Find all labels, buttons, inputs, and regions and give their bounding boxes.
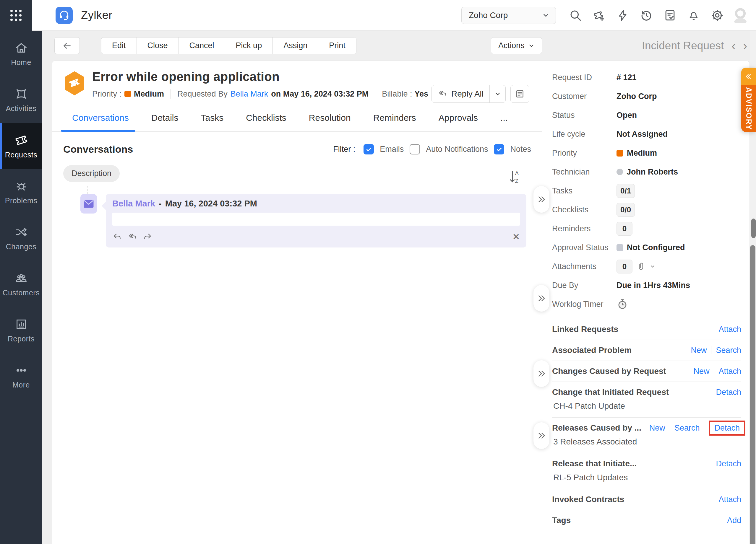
- sort-order-icon[interactable]: A Z: [508, 169, 521, 186]
- document-icon: [515, 89, 525, 99]
- tab-resolution[interactable]: Resolution: [309, 113, 351, 131]
- actions-dropdown-button[interactable]: Actions: [491, 37, 542, 54]
- expand-panel-button[interactable]: [533, 422, 549, 449]
- detach-link[interactable]: Detach: [716, 388, 741, 397]
- survey-icon[interactable]: [663, 8, 677, 22]
- field-status: Status Open: [552, 106, 741, 125]
- conversation-view-button[interactable]: [510, 85, 529, 103]
- sidebar-item-problems[interactable]: Problems: [0, 169, 42, 215]
- sidebar-item-changes[interactable]: Changes: [0, 215, 42, 261]
- detach-link[interactable]: Detach: [716, 459, 741, 468]
- edit-button[interactable]: Edit: [101, 38, 137, 54]
- tab-details[interactable]: Details: [151, 113, 179, 131]
- pickup-button[interactable]: Pick up: [225, 38, 273, 54]
- sidebar-item-home[interactable]: Home: [0, 31, 42, 77]
- search-link[interactable]: Search: [716, 346, 741, 355]
- scrollbar-thumb[interactable]: [750, 245, 755, 544]
- tasks-count-badge[interactable]: 0/1: [617, 184, 635, 198]
- tab-reminders[interactable]: Reminders: [373, 113, 416, 131]
- app-launcher-icon[interactable]: [10, 10, 22, 21]
- user-avatar[interactable]: [731, 6, 749, 25]
- checklists-count-badge[interactable]: 0/0: [617, 203, 635, 217]
- notifications-icon[interactable]: [687, 8, 700, 22]
- message-dash: -: [159, 199, 162, 209]
- tab-more[interactable]: ...: [500, 113, 508, 131]
- search-icon[interactable]: [568, 8, 582, 22]
- close-message-icon[interactable]: ✕: [512, 233, 520, 241]
- attachments-count-badge[interactable]: 0: [617, 260, 632, 273]
- section-invoked-contracts: Invoked Contracts Attach: [552, 489, 741, 510]
- field-life-cycle: Life cycle Not Assigned: [552, 125, 741, 144]
- message-body[interactable]: [112, 213, 520, 226]
- expand-panel-button[interactable]: [533, 360, 549, 387]
- linked-change-item[interactable]: CH-4 Patch Update: [553, 401, 741, 411]
- expand-panel-button[interactable]: [533, 186, 549, 213]
- expand-panel-button[interactable]: [533, 285, 549, 311]
- tab-approvals[interactable]: Approvals: [439, 113, 478, 131]
- new-link[interactable]: New: [691, 346, 707, 355]
- assign-button[interactable]: Assign: [273, 38, 318, 54]
- attach-link[interactable]: Attach: [718, 495, 741, 504]
- advisory-collapse-button[interactable]: [741, 68, 756, 85]
- section-associated-problem: Associated Problem New Search: [552, 340, 741, 360]
- previous-request-icon[interactable]: ‹: [731, 40, 735, 52]
- releases-associated-item[interactable]: 3 Releases Associated: [553, 437, 741, 446]
- tab-checklists[interactable]: Checklists: [246, 113, 286, 131]
- reply-all-icon[interactable]: [128, 232, 137, 242]
- section-title: Associated Problem: [552, 345, 632, 355]
- advisory-label-strip[interactable]: ADVISORY: [741, 85, 756, 132]
- stopwatch-icon[interactable]: [617, 298, 628, 310]
- double-chevron-right-icon: [536, 194, 546, 204]
- cancel-button[interactable]: Cancel: [179, 38, 225, 54]
- add-request-icon[interactable]: [592, 8, 606, 22]
- sidebar-item-requests[interactable]: Requests: [0, 123, 42, 169]
- home-icon: [14, 41, 28, 55]
- link-divider: [714, 367, 714, 375]
- sidebar-item-customers[interactable]: Customers: [0, 261, 42, 307]
- field-request-id: Request ID # 121: [552, 68, 741, 87]
- sidebar-item-reports[interactable]: Reports: [0, 307, 42, 353]
- reminders-count-badge[interactable]: 0: [617, 222, 632, 236]
- shuffle-icon: [14, 225, 28, 239]
- description-chip[interactable]: Description: [63, 165, 120, 182]
- tab-conversations[interactable]: Conversations: [72, 113, 129, 131]
- new-link[interactable]: New: [649, 423, 665, 433]
- org-selector[interactable]: Zoho Corp: [461, 7, 556, 24]
- linked-entities: Linked Requests Attach Associated Proble…: [552, 319, 741, 531]
- message-sender-link[interactable]: Bella Mark: [112, 199, 155, 209]
- sidebar-item-activities[interactable]: Activities: [0, 77, 42, 123]
- attachments-dropdown-icon[interactable]: [650, 264, 656, 270]
- auto-notifications-checkbox[interactable]: [410, 144, 420, 155]
- paperclip-icon[interactable]: [636, 262, 646, 272]
- print-button[interactable]: Print: [318, 38, 356, 54]
- tab-tasks[interactable]: Tasks: [201, 113, 223, 131]
- history-icon[interactable]: [639, 8, 653, 22]
- quick-actions-icon[interactable]: [616, 8, 630, 22]
- reply-options-dropdown[interactable]: [489, 85, 505, 103]
- reply-all-button[interactable]: Reply All: [432, 85, 489, 103]
- link-divider: [670, 424, 670, 432]
- sidebar-item-more[interactable]: More: [0, 353, 42, 399]
- request-header: Error while opening application Priority…: [52, 61, 542, 103]
- forward-icon[interactable]: [143, 232, 153, 242]
- description-row: Description A Z: [52, 155, 542, 186]
- double-chevron-right-icon: [536, 368, 546, 379]
- scrollbar-thumb[interactable]: [751, 219, 756, 238]
- requester-link[interactable]: Bella Mark: [231, 90, 268, 99]
- close-button[interactable]: Close: [137, 38, 179, 54]
- next-request-icon[interactable]: ›: [743, 40, 747, 52]
- attach-link[interactable]: Attach: [718, 367, 741, 376]
- new-link[interactable]: New: [693, 367, 709, 376]
- section-release-initiated: Release that Initiate... Detach RL-5 Pat…: [552, 453, 741, 482]
- linked-release-item[interactable]: RL-5 Patch Updates: [553, 473, 741, 482]
- emails-checkbox[interactable]: [364, 144, 374, 155]
- notes-checkbox[interactable]: [494, 144, 504, 155]
- back-button[interactable]: [54, 37, 80, 54]
- search-link[interactable]: Search: [674, 423, 700, 433]
- attach-link[interactable]: Attach: [718, 325, 741, 334]
- settings-gear-icon[interactable]: [710, 8, 724, 22]
- detach-link[interactable]: Detach: [714, 423, 740, 432]
- reply-icon[interactable]: [112, 232, 122, 242]
- add-link[interactable]: Add: [727, 516, 741, 525]
- activities-icon: [14, 87, 28, 101]
